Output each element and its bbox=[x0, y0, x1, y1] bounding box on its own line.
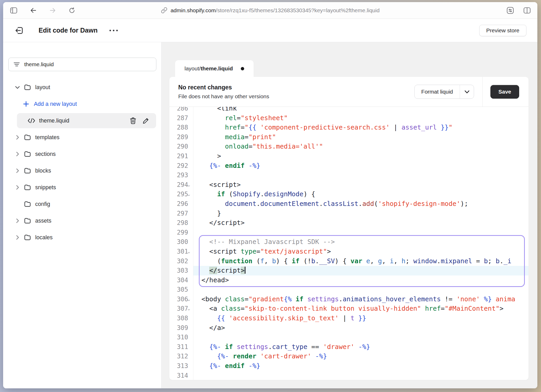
line-number: 313 bbox=[169, 361, 188, 371]
folder-icon bbox=[24, 168, 31, 174]
line-number: 293 bbox=[169, 170, 188, 180]
browser-toolbar: admin.shopify.com/store/rzq1xu-f5/themes… bbox=[3, 2, 537, 19]
changes-title: No recent changes bbox=[178, 84, 269, 91]
sidebar-toggle-icon[interactable] bbox=[10, 7, 17, 14]
line-number: 305 bbox=[169, 285, 188, 295]
fold-toggle-icon[interactable]: › bbox=[185, 195, 194, 196]
folder-icon bbox=[24, 218, 31, 224]
folder-icon bbox=[24, 84, 31, 90]
forward-icon[interactable] bbox=[49, 7, 56, 14]
sidebar-folder-assets[interactable]: assets bbox=[3, 212, 161, 229]
line-number: 309 bbox=[169, 323, 188, 333]
fold-toggle-icon[interactable]: › bbox=[185, 299, 194, 301]
fold-toggle-icon[interactable]: › bbox=[185, 185, 194, 187]
changes-subtitle: File does not have any other versions bbox=[178, 93, 269, 100]
line-number: 301 bbox=[169, 247, 188, 256]
sidebar-folder-config[interactable]: config bbox=[3, 196, 161, 212]
line-number: 300 bbox=[169, 237, 188, 247]
code-line-299: 299 bbox=[169, 228, 528, 237]
folder-icon bbox=[24, 134, 31, 140]
code-line-301: 301› <script type="text/javascript"> bbox=[169, 247, 528, 256]
filter-icon bbox=[13, 62, 20, 67]
header-divider bbox=[482, 77, 483, 107]
editor-panel: layout/theme.liquid No recent changes Fi… bbox=[162, 42, 537, 388]
sidebar-folder-layout[interactable]: layout bbox=[3, 79, 161, 96]
line-number: 302 bbox=[169, 256, 188, 266]
line-number: 308 bbox=[169, 314, 188, 323]
line-number: 290 bbox=[169, 142, 188, 151]
code-line-289: 289 media="print" bbox=[169, 132, 528, 142]
split-view-icon[interactable] bbox=[523, 7, 531, 14]
unsaved-dot-icon bbox=[241, 67, 244, 70]
code-line-309: 309 </a> bbox=[169, 323, 528, 333]
chevron-down-icon[interactable] bbox=[460, 85, 474, 99]
editor-card-header: No recent changes File does not have any… bbox=[169, 77, 528, 107]
back-icon[interactable] bbox=[30, 7, 37, 14]
line-number: 303 bbox=[169, 266, 188, 275]
sidebar-folder-snippets[interactable]: snippets bbox=[3, 179, 161, 196]
folder-icon bbox=[24, 234, 31, 241]
chevron-right-icon[interactable] bbox=[15, 135, 20, 140]
sidebar-file-theme.liquid[interactable]: theme.liquid bbox=[17, 113, 156, 128]
file-search-box[interactable] bbox=[8, 58, 156, 71]
code-line-304: 304</head> bbox=[169, 275, 528, 285]
code-line-308: 308 {{ 'accessibility.skip_to_text' | t … bbox=[169, 314, 528, 323]
code-line-314: 314 bbox=[169, 371, 528, 380]
link-icon bbox=[161, 7, 167, 14]
reload-icon[interactable] bbox=[68, 7, 76, 14]
exit-icon[interactable] bbox=[15, 26, 24, 35]
url-text[interactable]: admin.shopify.com/store/rzq1xu-f5/themes… bbox=[170, 7, 379, 14]
code-editor[interactable]: 286 <link287 rel="stylesheet"288 href="{… bbox=[169, 107, 528, 380]
line-number: 287 bbox=[169, 113, 188, 123]
chevron-right-icon[interactable] bbox=[15, 185, 20, 190]
code-line-300: 300 <!-- Mixpanel Javascript SDK --> bbox=[169, 237, 528, 247]
code-line-311: 311 {%- if settings.cart_type == 'drawer… bbox=[169, 342, 528, 352]
code-line-286: 286 <link bbox=[169, 107, 528, 113]
browser-window: admin.shopify.com/store/rzq1xu-f5/themes… bbox=[3, 2, 537, 388]
more-menu-icon[interactable] bbox=[109, 30, 118, 31]
sidebar-folder-blocks[interactable]: blocks bbox=[3, 162, 161, 179]
folder-icon bbox=[24, 151, 31, 157]
editor-tab[interactable]: layout/theme.liquid bbox=[175, 60, 254, 77]
code-line-297: 297 } bbox=[169, 209, 528, 218]
sidebar-folder-templates[interactable]: templates bbox=[3, 129, 161, 146]
chevron-down-icon[interactable] bbox=[15, 86, 20, 89]
line-number: 306 bbox=[169, 295, 188, 304]
preview-store-button[interactable]: Preview store bbox=[479, 25, 526, 36]
browser-settings-icon[interactable] bbox=[507, 7, 514, 14]
chevron-right-icon[interactable] bbox=[15, 151, 20, 157]
code-line-312: 312 {%- render 'cart-drawer' -%} bbox=[169, 352, 528, 361]
chevron-right-icon[interactable] bbox=[15, 218, 20, 223]
line-number: 298 bbox=[169, 218, 188, 228]
code-line-291: 291 > bbox=[169, 151, 528, 161]
fold-toggle-icon[interactable]: › bbox=[185, 309, 194, 311]
code-line-310: 310 bbox=[169, 333, 528, 342]
sidebar-folder-locales[interactable]: locales bbox=[3, 229, 161, 246]
code-line-298: 298 </script> bbox=[169, 218, 528, 228]
chevron-right-icon[interactable] bbox=[15, 235, 20, 240]
rename-file-icon[interactable] bbox=[143, 117, 149, 124]
fold-toggle-icon[interactable]: › bbox=[185, 252, 194, 253]
code-line-302: 302 (function (f, b) { if (!b.__SV) { va… bbox=[169, 256, 528, 266]
save-button[interactable]: Save bbox=[490, 85, 519, 99]
line-number: 292 bbox=[169, 161, 188, 171]
code-line-295: 295› if (Shopify.designMode) { bbox=[169, 189, 528, 199]
line-number: 296 bbox=[169, 199, 188, 209]
desktop-backdrop: admin.shopify.com/store/rzq1xu-f5/themes… bbox=[0, 0, 541, 392]
code-line-296: 296 document.documentElement.classList.a… bbox=[169, 199, 528, 209]
code-line-307: 307› <a class="skip-to-content-link butt… bbox=[169, 304, 528, 314]
chevron-right-icon[interactable] bbox=[15, 168, 20, 173]
code-line-293: 293 bbox=[169, 170, 528, 180]
code-line-292: 292 {%- endif -%} bbox=[169, 161, 528, 171]
file-sidebar: layoutAdd a new layouttheme.liquidtempla… bbox=[3, 42, 162, 388]
delete-file-icon[interactable] bbox=[130, 117, 136, 124]
file-search-input[interactable] bbox=[24, 61, 139, 68]
tab-label: layout/theme.liquid bbox=[185, 65, 233, 72]
sidebar-folder-sections[interactable]: sections bbox=[3, 146, 161, 162]
sidebar-add-layout[interactable]: Add a new layout bbox=[3, 96, 161, 112]
code-line-294: 294› <script> bbox=[169, 180, 528, 190]
line-number: 289 bbox=[169, 132, 188, 142]
code-line-288: 288 href="{{ 'component-predictive-searc… bbox=[169, 123, 528, 132]
line-number: 291 bbox=[169, 151, 188, 161]
format-liquid-button[interactable]: Format liquid bbox=[414, 85, 474, 99]
